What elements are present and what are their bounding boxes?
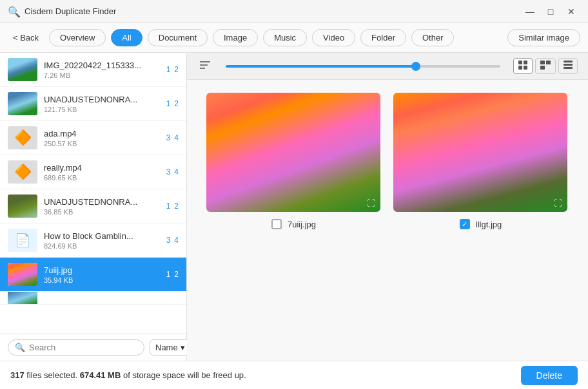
checkbox-container[interactable] bbox=[271, 218, 282, 230]
main-content: IMG_20220422_115333... 7.26 MB 1 2 UNADJ… bbox=[0, 53, 588, 361]
similar-image-button[interactable]: Similar image bbox=[507, 29, 580, 46]
sort-dropdown[interactable]: Name ▾ bbox=[150, 339, 191, 356]
badge-2: 2 bbox=[174, 202, 179, 211]
tab-overview[interactable]: Overview bbox=[49, 29, 106, 46]
badge-2: 2 bbox=[174, 65, 179, 74]
image-filename: lllgt.jpg bbox=[476, 220, 502, 229]
list-item[interactable] bbox=[0, 292, 186, 305]
list-item[interactable]: 7uiij.jpg 35.94 KB 1 2 bbox=[0, 258, 186, 292]
badge-2: 4 bbox=[174, 133, 179, 142]
svg-rect-9 bbox=[540, 66, 545, 70]
file-thumbnail bbox=[8, 292, 37, 305]
delete-button[interactable]: Delete bbox=[521, 366, 578, 385]
file-badges: 3 4 bbox=[166, 167, 179, 176]
badge-1: 3 bbox=[166, 236, 171, 245]
checkbox-container[interactable]: ✓ bbox=[459, 218, 471, 230]
list-view-button[interactable] bbox=[558, 58, 578, 74]
toolbar: < Back Overview All Document Image Music… bbox=[0, 23, 588, 53]
file-name: really.mp4 bbox=[44, 163, 160, 173]
badge-2: 2 bbox=[174, 270, 179, 279]
file-badges: 3 4 bbox=[166, 133, 179, 142]
badge-1: 1 bbox=[166, 270, 171, 279]
app-title: Cisdem Duplicate Finder bbox=[24, 6, 116, 16]
search-input[interactable] bbox=[29, 343, 137, 352]
list-item[interactable]: UNADJUSTEDNONRA... 121.75 KB 1 2 bbox=[0, 87, 186, 121]
image-label: 7uiij.jpg bbox=[271, 218, 316, 230]
svg-rect-8 bbox=[546, 61, 551, 64]
search-box[interactable]: 🔍 bbox=[8, 339, 144, 356]
freed-size-label: of storage space will be freed up. bbox=[123, 370, 246, 380]
zoom-slider-container bbox=[220, 65, 505, 68]
title-bar-left: 🔍 Cisdem Duplicate Finder bbox=[8, 6, 116, 17]
badge-1: 1 bbox=[166, 202, 171, 211]
list-item[interactable]: 🔶 ada.mp4 250.57 KB 3 4 bbox=[0, 121, 186, 155]
badge-2: 4 bbox=[174, 236, 179, 245]
file-name: UNADJUSTEDNONRA... bbox=[44, 197, 160, 207]
close-button[interactable]: ✕ bbox=[562, 3, 580, 21]
file-badges: 1 2 bbox=[166, 65, 179, 74]
maximize-button[interactable]: □ bbox=[542, 3, 560, 21]
file-size: 121.75 KB bbox=[44, 106, 160, 113]
badge-1: 3 bbox=[166, 167, 171, 176]
title-bar-controls: — □ ✕ bbox=[521, 3, 580, 21]
badge-2: 4 bbox=[174, 167, 179, 176]
file-thumbnail bbox=[8, 194, 37, 218]
svg-rect-5 bbox=[518, 66, 522, 70]
list-item[interactable]: IMG_20220422_115333... 7.26 MB 1 2 bbox=[0, 53, 186, 87]
svg-rect-6 bbox=[524, 66, 527, 70]
image-preview[interactable]: ⛶ bbox=[393, 93, 567, 212]
file-name: 7uiij.jpg bbox=[44, 265, 160, 275]
badge-1: 1 bbox=[166, 65, 171, 74]
badge-1: 1 bbox=[166, 99, 171, 108]
file-size: 36.85 KB bbox=[44, 208, 160, 216]
grid-view-button[interactable] bbox=[513, 58, 533, 74]
image-filename: 7uiij.jpg bbox=[288, 220, 316, 229]
back-button[interactable]: < Back bbox=[8, 30, 44, 45]
image-item: ⛶ 7uiij.jpg bbox=[206, 93, 380, 230]
file-info: ada.mp4 250.57 KB bbox=[44, 129, 160, 147]
image-checkbox[interactable]: ✓ bbox=[460, 219, 470, 229]
list-item[interactable]: UNADJUSTEDNONRA... 36.85 KB 1 2 bbox=[0, 189, 186, 223]
chevron-down-icon: ▾ bbox=[181, 343, 185, 352]
freed-size: 674.41 MB bbox=[80, 370, 121, 380]
tab-folder[interactable]: Folder bbox=[360, 29, 406, 46]
file-badges: 1 2 bbox=[166, 99, 179, 108]
tab-other[interactable]: Other bbox=[411, 29, 455, 46]
tab-document[interactable]: Document bbox=[148, 29, 208, 46]
file-name: UNADJUSTEDNONRA... bbox=[44, 95, 160, 104]
tab-all[interactable]: All bbox=[111, 29, 142, 46]
file-size: 250.57 KB bbox=[44, 140, 160, 147]
file-list: IMG_20220422_115333... 7.26 MB 1 2 UNADJ… bbox=[0, 53, 186, 334]
list-item[interactable]: 🔶 really.mp4 689.65 KB 3 4 bbox=[0, 155, 186, 189]
sort-label: Name bbox=[155, 343, 178, 352]
image-corner-icon: ⛶ bbox=[554, 198, 562, 208]
sort-order-button[interactable] bbox=[197, 59, 213, 74]
file-name: IMG_20220422_115333... bbox=[44, 61, 160, 70]
image-grid: ⛶ 7uiij.jpg ⛶ ✓ bbox=[187, 80, 588, 361]
svg-rect-7 bbox=[540, 61, 545, 64]
file-thumbnail: 🔶 bbox=[8, 126, 37, 149]
file-info: IMG_20220422_115333... 7.26 MB bbox=[44, 61, 160, 79]
file-thumbnail bbox=[8, 58, 37, 81]
tab-music[interactable]: Music bbox=[263, 29, 307, 46]
image-preview[interactable]: ⛶ bbox=[206, 93, 380, 212]
minimize-button[interactable]: — bbox=[521, 3, 539, 21]
tab-video[interactable]: Video bbox=[312, 29, 355, 46]
file-info: UNADJUSTEDNONRA... 121.75 KB bbox=[44, 95, 160, 113]
image-checkbox[interactable] bbox=[271, 219, 282, 229]
zoom-slider[interactable] bbox=[226, 65, 500, 68]
image-label: ✓ lllgt.jpg bbox=[459, 218, 502, 230]
svg-rect-3 bbox=[518, 61, 522, 64]
right-panel: ⛶ 7uiij.jpg ⛶ ✓ bbox=[187, 53, 588, 361]
list-item[interactable]: 📄 How to Block Gamblin... 824.69 KB 3 4 bbox=[0, 223, 186, 258]
svg-rect-11 bbox=[564, 64, 573, 66]
tab-image[interactable]: Image bbox=[213, 29, 258, 46]
file-info: really.mp4 689.65 KB bbox=[44, 163, 160, 182]
medium-view-button[interactable] bbox=[535, 58, 556, 74]
file-badges: 1 2 bbox=[166, 202, 179, 211]
file-info: 7uiij.jpg 35.94 KB bbox=[44, 265, 160, 284]
left-panel: IMG_20220422_115333... 7.26 MB 1 2 UNADJ… bbox=[0, 53, 187, 361]
file-size: 7.26 MB bbox=[44, 71, 160, 79]
file-badges: 3 4 bbox=[166, 236, 179, 245]
file-thumbnail bbox=[8, 263, 37, 286]
